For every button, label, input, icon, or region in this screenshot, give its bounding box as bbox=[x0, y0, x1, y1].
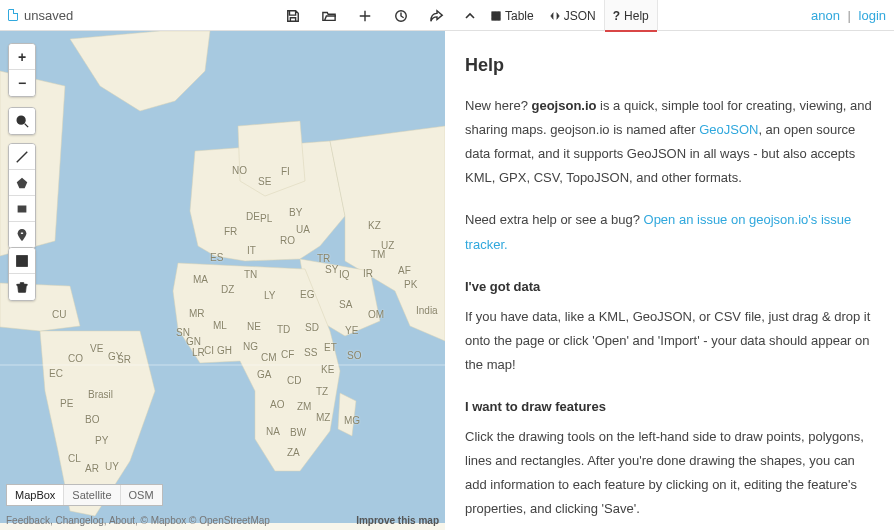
polygon-icon bbox=[15, 176, 29, 190]
zoom-in-button[interactable]: + bbox=[9, 44, 35, 70]
share-button[interactable] bbox=[419, 0, 455, 31]
help-intro-bold: geojson.io bbox=[531, 98, 596, 113]
map-attribution: Feedback, Changelog, About, © Mapbox © O… bbox=[6, 515, 439, 526]
svg-point-7 bbox=[21, 232, 24, 235]
attribution-changelog[interactable]: Changelog bbox=[55, 515, 103, 526]
open-button[interactable] bbox=[311, 0, 347, 31]
auth-separator: | bbox=[848, 8, 851, 23]
draw-marker-button[interactable] bbox=[9, 222, 35, 248]
meta-button[interactable] bbox=[383, 0, 419, 31]
zoom-control: + − bbox=[8, 43, 36, 97]
question-icon: ? bbox=[613, 9, 620, 23]
trash-icon bbox=[15, 280, 29, 294]
marker-icon bbox=[15, 228, 29, 242]
search-icon bbox=[15, 114, 29, 128]
zoom-out-button[interactable]: − bbox=[9, 70, 35, 96]
file-icon bbox=[8, 9, 18, 21]
edit-tools bbox=[8, 247, 36, 301]
help-got-data-title: I've got data bbox=[465, 275, 874, 299]
tab-table-label: Table bbox=[505, 9, 534, 23]
attribution-improve[interactable]: Improve this map bbox=[356, 515, 439, 526]
share-arrow-icon bbox=[430, 9, 444, 23]
anon-link[interactable]: anon bbox=[811, 8, 840, 23]
help-draw-body: Click the drawing tools on the left-hand… bbox=[465, 425, 874, 521]
map-canvas[interactable] bbox=[0, 31, 445, 530]
attribution-osm: © OpenStreetMap bbox=[189, 515, 270, 526]
basemap-switcher: MapBox Satellite OSM bbox=[6, 484, 163, 506]
world-map-svg bbox=[0, 31, 445, 530]
help-pane[interactable]: Help New here? geojson.io is a quick, si… bbox=[445, 31, 894, 530]
caret-up-icon bbox=[465, 11, 475, 21]
tab-table[interactable]: Table bbox=[483, 0, 542, 31]
basemap-satellite[interactable]: Satellite bbox=[64, 485, 120, 505]
delete-features-button[interactable] bbox=[9, 274, 35, 300]
svg-rect-6 bbox=[18, 205, 27, 212]
tab-json[interactable]: JSON bbox=[542, 0, 604, 31]
help-intro: New here? geojson.io is a quick, simple … bbox=[465, 94, 874, 190]
save-icon bbox=[286, 9, 300, 23]
tab-json-label: JSON bbox=[564, 9, 596, 23]
auth-links: anon | login bbox=[811, 8, 886, 23]
draw-polygon-button[interactable] bbox=[9, 170, 35, 196]
attribution-about[interactable]: About bbox=[109, 515, 135, 526]
edit-features-button[interactable] bbox=[9, 248, 35, 274]
draw-line-button[interactable] bbox=[9, 144, 35, 170]
minus-icon: − bbox=[18, 75, 26, 91]
help-bug: Need extra help or see a bug? Open an is… bbox=[465, 208, 874, 256]
svg-marker-5 bbox=[17, 177, 28, 188]
collapse-tab-button[interactable] bbox=[457, 0, 483, 31]
rectangle-icon bbox=[15, 202, 29, 216]
attribution-mapbox: © Mapbox bbox=[141, 515, 187, 526]
map-pane[interactable]: BrasilIndiaNOSEFIPLUAROITESTRIRKZUZTMAFP… bbox=[0, 31, 445, 530]
tab-help[interactable]: ? Help bbox=[604, 0, 658, 31]
plus-icon: + bbox=[18, 49, 26, 65]
code-icon bbox=[550, 11, 560, 21]
draw-rectangle-button[interactable] bbox=[9, 196, 35, 222]
file-info: unsaved bbox=[8, 8, 73, 23]
svg-point-4 bbox=[17, 116, 25, 124]
help-bug-prefix: Need extra help or see a bug? bbox=[465, 212, 644, 227]
table-icon bbox=[491, 11, 501, 21]
plus-icon bbox=[358, 9, 372, 23]
panel-tabs: Table JSON ? Help bbox=[457, 0, 658, 31]
clock-icon bbox=[394, 9, 408, 23]
help-draw-title: I want to draw features bbox=[465, 395, 874, 419]
line-icon bbox=[15, 150, 29, 164]
map-search-control bbox=[8, 107, 36, 135]
draw-tools bbox=[8, 143, 36, 249]
map-search-button[interactable] bbox=[9, 108, 35, 134]
login-link[interactable]: login bbox=[859, 8, 886, 23]
topbar: unsaved Table JSON ? bbox=[0, 0, 894, 31]
filename: unsaved bbox=[24, 8, 73, 23]
help-title: Help bbox=[465, 49, 874, 82]
geojson-link[interactable]: GeoJSON bbox=[699, 122, 758, 137]
new-button[interactable] bbox=[347, 0, 383, 31]
open-folder-icon bbox=[322, 9, 336, 23]
attribution-feedback[interactable]: Feedback bbox=[6, 515, 50, 526]
save-button[interactable] bbox=[275, 0, 311, 31]
basemap-osm[interactable]: OSM bbox=[121, 485, 162, 505]
help-intro-prefix: New here? bbox=[465, 98, 531, 113]
main: BrasilIndiaNOSEFIPLUAROITESTRIRKZUZTMAFP… bbox=[0, 31, 894, 530]
tab-help-label: Help bbox=[624, 9, 649, 23]
edit-icon bbox=[15, 254, 29, 268]
basemap-mapbox[interactable]: MapBox bbox=[7, 485, 64, 505]
file-toolbar bbox=[275, 0, 455, 31]
help-got-data-body: If you have data, like a KML, GeoJSON, o… bbox=[465, 305, 874, 377]
